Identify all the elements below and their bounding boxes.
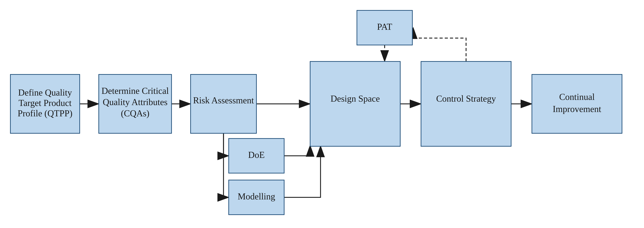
cqas-label-2: Quality Attributes [103,97,168,107]
design-space-box [310,61,400,146]
continual-label-2: Improvement [553,104,602,114]
arrow-modelling-design [284,147,320,197]
qtpp-label-1: Define Quality [18,88,72,97]
risk-label-1: Risk Assessment [193,95,254,105]
qtpp-label-2: Target Product [18,98,72,108]
cqas-label-3: (CQAs) [121,108,150,118]
design-space-label-1: Design Space [330,94,380,104]
diagram-container: PAT Define Quality Target Product Profil… [0,0,644,228]
qtpp-label-3: Profile (QTPP) [18,108,72,118]
arrow-doe-design [284,146,310,156]
doe-label: DoE [248,150,264,160]
control-strategy-label-1: Control Strategy [436,94,496,104]
arrow-control-pat [413,28,466,61]
control-strategy-box [421,61,511,146]
arrow-risk-modelling [224,133,228,197]
pat-label: PAT [377,22,392,32]
arrow-risk-doe [224,133,228,156]
continual-label-1: Continual [559,92,594,102]
modelling-label: Modelling [238,192,275,201]
cqas-label-1: Determine Critical [102,86,169,96]
